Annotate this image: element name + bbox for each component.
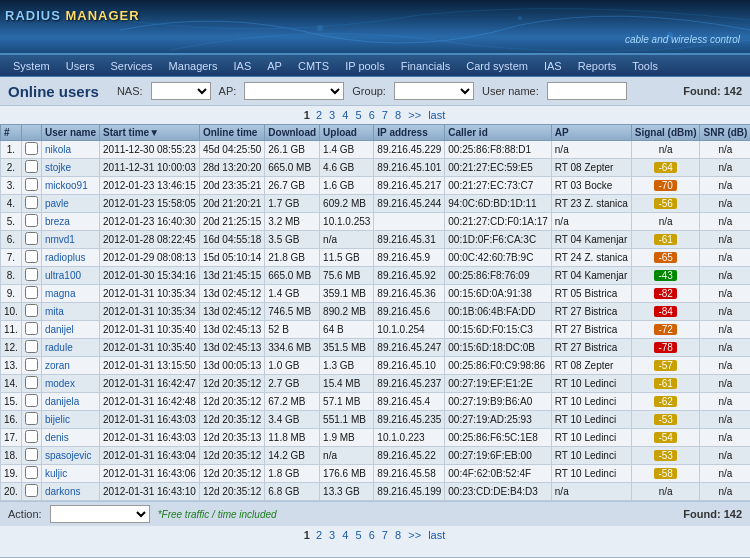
page-b-2[interactable]: 2 (316, 529, 322, 541)
page-b-next[interactable]: >> (408, 529, 421, 541)
col-onlinetime[interactable]: Online time (199, 125, 264, 141)
cell-username[interactable]: pavle (41, 195, 99, 213)
cell-checkbox[interactable] (21, 339, 41, 357)
col-ipaddress[interactable]: IP address (374, 125, 445, 141)
table-row[interactable]: 11. danijel 2012-01-31 10:35:40 13d 02:4… (1, 321, 751, 339)
table-row[interactable]: 8. ultra100 2012-01-30 15:34:16 13d 21:4… (1, 267, 751, 285)
page-b-last[interactable]: last (428, 529, 445, 541)
action-select[interactable] (50, 505, 150, 523)
table-row[interactable]: 2. stojke 2011-12-31 10:00:03 28d 13:20:… (1, 159, 751, 177)
cell-username[interactable]: nmvd1 (41, 231, 99, 249)
page-6[interactable]: 6 (369, 109, 375, 121)
page-2[interactable]: 2 (316, 109, 322, 121)
cell-checkbox[interactable] (21, 375, 41, 393)
page-4[interactable]: 4 (342, 109, 348, 121)
cell-username[interactable]: magna (41, 285, 99, 303)
cell-username[interactable]: breza (41, 213, 99, 231)
cell-checkbox[interactable] (21, 411, 41, 429)
ap-select[interactable] (244, 82, 344, 100)
page-b-4[interactable]: 4 (342, 529, 348, 541)
cell-username[interactable]: nikola (41, 141, 99, 159)
col-callerid[interactable]: Caller id (445, 125, 552, 141)
cell-checkbox[interactable] (21, 303, 41, 321)
cell-checkbox[interactable] (21, 177, 41, 195)
cell-username[interactable]: mickoo91 (41, 177, 99, 195)
table-row[interactable]: 19. kuljic 2012-01-31 16:43:06 12d 20:35… (1, 465, 751, 483)
page-5[interactable]: 5 (355, 109, 361, 121)
table-row[interactable]: 17. denis 2012-01-31 16:43:03 12d 20:35:… (1, 429, 751, 447)
table-row[interactable]: 16. bijelic 2012-01-31 16:43:03 12d 20:3… (1, 411, 751, 429)
cell-checkbox[interactable] (21, 447, 41, 465)
cell-checkbox[interactable] (21, 321, 41, 339)
table-row[interactable]: 1. nikola 2011-12-30 08:55:23 45d 04:25:… (1, 141, 751, 159)
nav-ias2[interactable]: IAS (536, 58, 570, 74)
nav-financials[interactable]: Financials (393, 58, 459, 74)
nav-services[interactable]: Services (102, 58, 160, 74)
cell-checkbox[interactable] (21, 267, 41, 285)
page-b-6[interactable]: 6 (369, 529, 375, 541)
cell-username[interactable]: ultra100 (41, 267, 99, 285)
nav-card-system[interactable]: Card system (458, 58, 536, 74)
page-3[interactable]: 3 (329, 109, 335, 121)
cell-username[interactable]: spasojevic (41, 447, 99, 465)
cell-username[interactable]: danijel (41, 321, 99, 339)
page-next[interactable]: >> (408, 109, 421, 121)
cell-checkbox[interactable] (21, 195, 41, 213)
nav-reports[interactable]: Reports (570, 58, 625, 74)
nas-select[interactable] (151, 82, 211, 100)
table-row[interactable]: 13. zoran 2012-01-31 13:15:50 13d 00:05:… (1, 357, 751, 375)
cell-checkbox[interactable] (21, 429, 41, 447)
nav-managers[interactable]: Managers (161, 58, 226, 74)
group-select[interactable] (394, 82, 474, 100)
table-row[interactable]: 5. breza 2012-01-23 16:40:30 20d 21:25:1… (1, 213, 751, 231)
col-snr[interactable]: SNR (dB) (700, 125, 750, 141)
page-b-8[interactable]: 8 (395, 529, 401, 541)
cell-checkbox[interactable] (21, 249, 41, 267)
cell-username[interactable]: radioplus (41, 249, 99, 267)
nav-cmts[interactable]: CMTS (290, 58, 337, 74)
table-row[interactable]: 18. spasojevic 2012-01-31 16:43:04 12d 2… (1, 447, 751, 465)
table-row[interactable]: 4. pavle 2012-01-23 15:58:05 20d 21:20:2… (1, 195, 751, 213)
cell-checkbox[interactable] (21, 285, 41, 303)
table-row[interactable]: 6. nmvd1 2012-01-28 08:22:45 16d 04:55:1… (1, 231, 751, 249)
cell-checkbox[interactable] (21, 357, 41, 375)
cell-checkbox[interactable] (21, 465, 41, 483)
table-row[interactable]: 3. mickoo91 2012-01-23 13:46:15 20d 23:3… (1, 177, 751, 195)
cell-checkbox[interactable] (21, 141, 41, 159)
col-starttime[interactable]: Start time▼ (100, 125, 200, 141)
cell-username[interactable]: modex (41, 375, 99, 393)
table-row[interactable]: 7. radioplus 2012-01-29 08:08:13 15d 05:… (1, 249, 751, 267)
col-download[interactable]: Download (265, 125, 320, 141)
cell-username[interactable]: radule (41, 339, 99, 357)
col-ap[interactable]: AP (551, 125, 631, 141)
cell-username[interactable]: stojke (41, 159, 99, 177)
cell-checkbox[interactable] (21, 159, 41, 177)
cell-checkbox[interactable] (21, 393, 41, 411)
nav-ias[interactable]: IAS (226, 58, 260, 74)
col-upload[interactable]: Upload (320, 125, 374, 141)
table-row[interactable]: 10. mita 2012-01-31 10:35:34 13d 02:45:1… (1, 303, 751, 321)
nav-system[interactable]: System (5, 58, 58, 74)
page-b-5[interactable]: 5 (355, 529, 361, 541)
page-b-7[interactable]: 7 (382, 529, 388, 541)
nav-tools[interactable]: Tools (624, 58, 666, 74)
table-row[interactable]: 15. danijela 2012-01-31 16:42:48 12d 20:… (1, 393, 751, 411)
username-input[interactable] (547, 82, 627, 100)
cell-username[interactable]: denis (41, 429, 99, 447)
cell-username[interactable]: zoran (41, 357, 99, 375)
table-row[interactable]: 20. darkons 2012-01-31 16:43:10 12d 20:3… (1, 483, 751, 501)
page-b-3[interactable]: 3 (329, 529, 335, 541)
cell-username[interactable]: bijelic (41, 411, 99, 429)
cell-checkbox[interactable] (21, 213, 41, 231)
table-row[interactable]: 12. radule 2012-01-31 10:35:40 13d 02:45… (1, 339, 751, 357)
col-signal[interactable]: Signal (dBm) (631, 125, 700, 141)
nav-ap[interactable]: AP (259, 58, 290, 74)
nav-users[interactable]: Users (58, 58, 103, 74)
page-8[interactable]: 8 (395, 109, 401, 121)
table-row[interactable]: 14. modex 2012-01-31 16:42:47 12d 20:35:… (1, 375, 751, 393)
page-7[interactable]: 7 (382, 109, 388, 121)
col-username[interactable]: User name (41, 125, 99, 141)
cell-username[interactable]: mita (41, 303, 99, 321)
cell-checkbox[interactable] (21, 483, 41, 501)
cell-username[interactable]: danijela (41, 393, 99, 411)
